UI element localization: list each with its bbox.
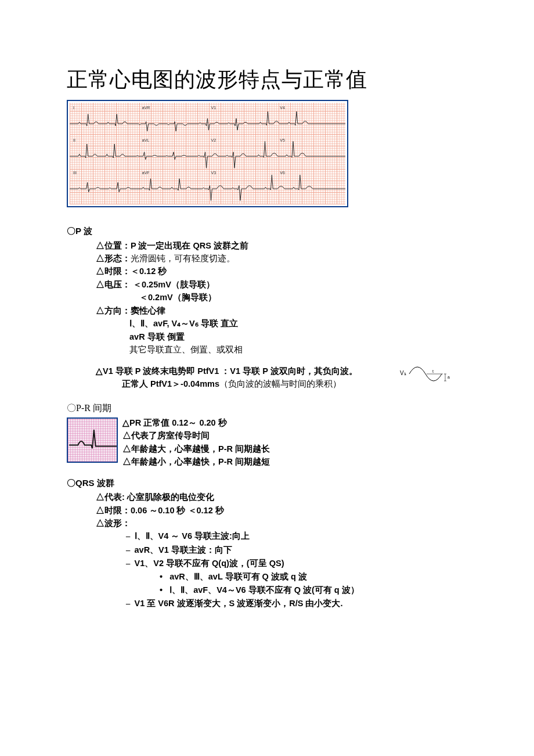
text-line: △位置：P 波一定出现在 QRS 波群之前: [67, 239, 467, 252]
pr-trace-icon: [68, 419, 117, 462]
text-line: △年龄越小，心率越快，P-R 间期越短: [122, 455, 270, 468]
text-line: △代表: 心室肌除极的电位变化: [67, 491, 467, 503]
text-line: • Ⅰ、Ⅱ、avF、V4～V6 导联不应有 Q 波(可有 q 波）: [67, 584, 467, 597]
ecg-trace-row2: [70, 138, 345, 170]
pr-interval-heading: 〇P-R 间期: [67, 401, 467, 415]
text-line: △方向：窦性心律: [67, 304, 467, 317]
text-line: △电压： ＜0.25mV（肢导联）: [67, 278, 467, 291]
ecg-trace-row1: [70, 105, 345, 137]
text-line: ＜0.2mV（胸导联）: [67, 291, 467, 304]
svg-text:t: t: [432, 369, 434, 373]
pr-interval-section: △PR 正常值 0.12～ 0.20 秒 △代表了房室传导时间 △年龄越大，心率…: [67, 416, 467, 469]
text-line: Ⅰ、Ⅱ、avF, V₄～V₆ 导联 直立: [67, 317, 467, 330]
text-line: avR 导联 倒置: [67, 330, 467, 343]
page-title: 正常心电图的波形特点与正常值: [67, 64, 467, 95]
text-line: – V1 至 V6R 波逐渐变大，S 波逐渐变小，R/S 由小变大.: [67, 597, 467, 610]
p-wave-heading: 〇P 波: [67, 225, 467, 238]
ecg-12lead-figure: I aVR V1 V4 II aVL V2 V5 III aVF V3 V6: [67, 100, 348, 207]
text-line: △代表了房室传导时间: [122, 429, 270, 442]
svg-text:V₁: V₁: [400, 370, 406, 376]
ecg-trace-row3: [70, 170, 345, 202]
text-line: △PR 正常值 0.12～ 0.20 秒: [122, 416, 270, 429]
qrs-heading: 〇QRS 波群: [67, 477, 467, 490]
text-line: • avR、Ⅲ、avL 导联可有 Q 波或 q 波: [67, 570, 467, 584]
text-line: △形态：光滑圆钝，可有轻度切迹。: [67, 252, 467, 265]
text-line: – V1、V2 导联不应有 Q(q)波，(可呈 QS): [67, 557, 467, 570]
svg-text:a: a: [448, 375, 450, 379]
text-line: – Ⅰ、Ⅱ、V4 ～ V6 导联主波:向上: [67, 530, 467, 543]
qrs-section: 〇QRS 波群 △代表: 心室肌除极的电位变化 △时限：0.06 ～0.10 秒…: [67, 477, 467, 611]
ptfv1-wave-diagram: V₁ t a: [399, 361, 468, 390]
text-line: △波形：: [67, 517, 467, 530]
text-line: △时限：＜0.12 秒: [67, 265, 467, 278]
text-line: – avR、V1 导联主波：向下: [67, 543, 467, 557]
text-line: 其它导联直立、倒置、或双相: [67, 343, 467, 356]
text-line: △年龄越大，心率越慢，P-R 间期越长: [122, 442, 270, 455]
p-wave-section: 〇P 波 △位置：P 波一定出现在 QRS 波群之前 △形态：光滑圆钝，可有轻度…: [67, 225, 467, 391]
text-line: △时限：0.06 ～0.10 秒 ＜0.12 秒: [67, 504, 467, 517]
pr-interval-figure: [67, 417, 118, 463]
